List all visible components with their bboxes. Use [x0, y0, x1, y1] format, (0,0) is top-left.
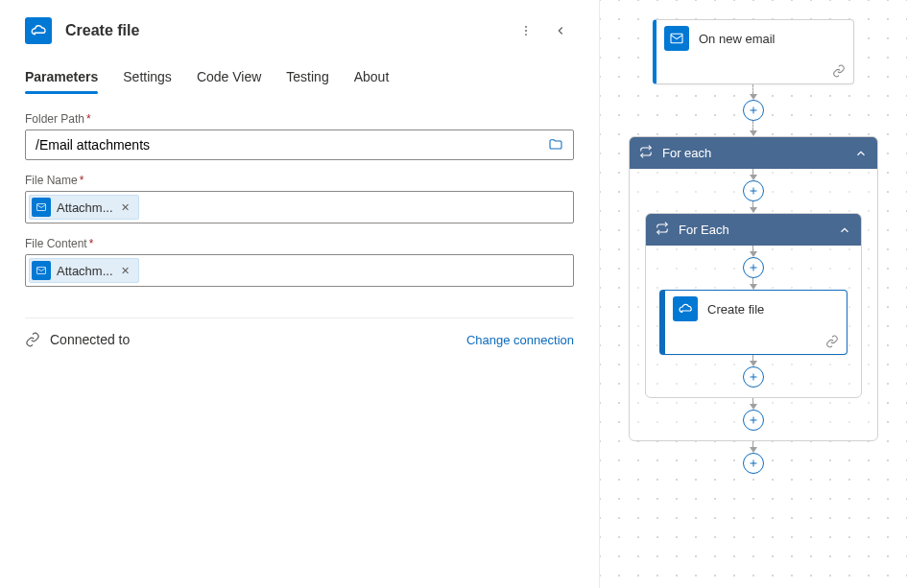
connection-icon — [832, 64, 846, 78]
change-connection-link[interactable]: Change connection — [466, 333, 574, 347]
folder-path-label: Folder Path* — [25, 112, 574, 126]
card-footer — [664, 64, 846, 78]
outlook-icon — [32, 261, 51, 280]
chevron-up-icon[interactable] — [854, 147, 868, 160]
required-indicator: * — [86, 112, 91, 126]
create-file-title: Create file — [707, 302, 839, 317]
for-each-outer[interactable]: For each For Each — [629, 136, 878, 441]
folder-path-label-text: Folder Path — [25, 112, 84, 126]
svg-rect-5 — [671, 34, 682, 42]
onedrive-icon — [673, 296, 698, 321]
for-each-inner-header[interactable]: For Each — [646, 214, 861, 246]
outlook-icon — [664, 26, 689, 51]
edge — [752, 201, 754, 213]
file-name-label: File Name* — [25, 174, 574, 187]
onedrive-icon — [25, 17, 52, 44]
edge — [752, 246, 754, 257]
panel-header: Create file — [25, 17, 574, 44]
edge — [752, 169, 754, 180]
edge — [752, 398, 754, 410]
svg-point-0 — [525, 26, 527, 28]
connection-icon — [25, 332, 40, 347]
folder-path-input[interactable] — [34, 130, 544, 159]
remove-token-button[interactable]: ✕ — [119, 200, 132, 214]
more-button[interactable] — [513, 17, 539, 44]
edge — [752, 84, 754, 100]
tab-parameters[interactable]: Parameters — [25, 65, 98, 94]
required-indicator: * — [89, 237, 94, 250]
svg-rect-4 — [37, 268, 46, 274]
tab-settings[interactable]: Settings — [123, 65, 172, 94]
field-file-content: File Content* Attachm... ✕ — [25, 237, 574, 287]
file-content-label: File Content* — [25, 237, 574, 250]
edge — [752, 355, 754, 366]
folder-path-input-wrap[interactable] — [25, 129, 574, 160]
connection-icon — [825, 335, 839, 348]
for-each-outer-header[interactable]: For each — [630, 137, 877, 169]
outlook-icon — [32, 198, 51, 217]
details-panel: Create file Parameters Settings Code Vie… — [0, 0, 600, 588]
file-content-token-text: Attachm... — [57, 264, 113, 278]
file-name-input[interactable]: Attachm... ✕ — [25, 191, 574, 223]
loop-icon — [656, 222, 669, 238]
tab-code-view[interactable]: Code View — [197, 65, 261, 94]
file-name-label-text: File Name — [25, 174, 78, 187]
file-content-token[interactable]: Attachm... ✕ — [29, 258, 139, 283]
trigger-card[interactable]: On new email — [653, 19, 854, 84]
tab-testing[interactable]: Testing — [286, 65, 328, 94]
add-step-button[interactable] — [743, 257, 764, 278]
flow-column: On new email For each — [629, 19, 878, 474]
svg-point-2 — [525, 34, 527, 35]
chevron-up-icon[interactable] — [838, 223, 851, 237]
file-name-token[interactable]: Attachm... ✕ — [29, 195, 139, 220]
required-indicator: * — [80, 174, 84, 187]
designer-canvas[interactable]: On new email For each — [600, 0, 907, 588]
svg-rect-3 — [37, 204, 46, 211]
for-each-inner-title: For Each — [679, 223, 729, 237]
remove-token-button[interactable]: ✕ — [119, 264, 132, 277]
for-each-inner[interactable]: For Each Create file — [645, 213, 862, 398]
file-content-label-text: File Content — [25, 237, 87, 250]
add-step-button[interactable] — [743, 366, 764, 388]
connection-row: Connected to Change connection — [25, 332, 574, 347]
edge — [752, 121, 754, 136]
loop-icon — [639, 145, 653, 161]
edge — [752, 278, 754, 290]
for-each-outer-title: For each — [662, 146, 711, 160]
add-step-button[interactable] — [743, 453, 764, 474]
divider — [25, 318, 574, 318]
folder-picker-button[interactable] — [544, 133, 567, 156]
svg-point-1 — [525, 30, 527, 32]
trigger-title: On new email — [699, 32, 846, 46]
add-step-button[interactable] — [743, 100, 764, 121]
edge — [752, 441, 754, 453]
add-step-button[interactable] — [743, 180, 764, 201]
file-content-input[interactable]: Attachm... ✕ — [25, 254, 574, 287]
connection-label: Connected to — [50, 332, 130, 347]
create-file-card[interactable]: Create file — [659, 290, 847, 355]
tab-about[interactable]: About — [354, 65, 390, 94]
panel-title: Create file — [65, 22, 139, 39]
tab-bar: Parameters Settings Code View Testing Ab… — [25, 65, 574, 95]
add-step-button[interactable] — [743, 410, 764, 431]
field-file-name: File Name* Attachm... ✕ — [25, 174, 574, 223]
card-footer — [673, 335, 839, 348]
field-folder-path: Folder Path* — [25, 112, 574, 160]
collapse-button[interactable] — [547, 17, 574, 44]
file-name-token-text: Attachm... — [57, 200, 113, 215]
